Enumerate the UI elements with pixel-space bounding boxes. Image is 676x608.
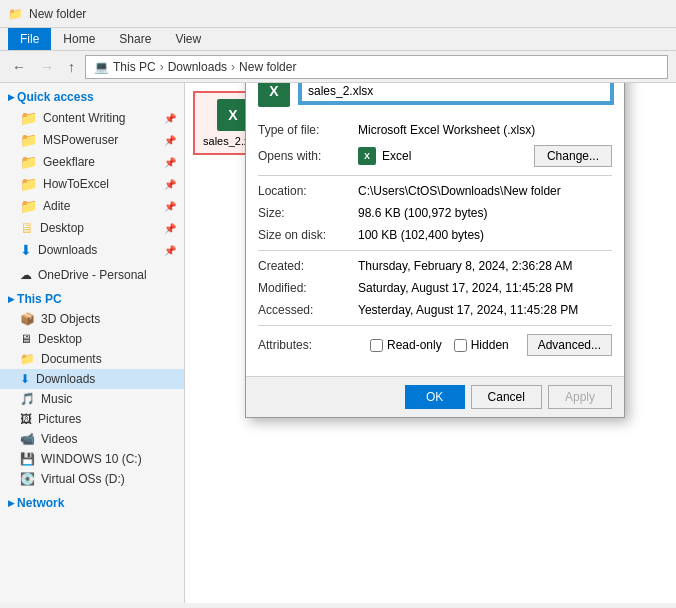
content-area: X sales_2.xlsx sales_2.xlsx Properties ✕… bbox=[185, 83, 676, 603]
prop-size-disk-label: Size on disk: bbox=[258, 228, 358, 242]
prop-modified-value: Saturday, August 17, 2024, 11:45:28 PM bbox=[358, 281, 612, 295]
sidebar-item-virtual-os[interactable]: 💽 Virtual OSs (D:) bbox=[0, 469, 184, 489]
sidebar-item-downloads-quick[interactable]: ⬇ Downloads 📌 bbox=[0, 239, 184, 261]
window-title: New folder bbox=[29, 7, 86, 21]
new-folder-icon: 📁 bbox=[8, 7, 23, 21]
desktop-icon: 🖥 bbox=[20, 332, 32, 346]
pin-icon: 📌 bbox=[164, 179, 176, 190]
forward-button[interactable]: → bbox=[36, 57, 58, 77]
tab-home[interactable]: Home bbox=[51, 28, 107, 50]
readonly-checkbox[interactable] bbox=[370, 339, 383, 352]
path-new-folder: New folder bbox=[239, 60, 296, 74]
properties-dialog: sales_2.xlsx Properties ✕ General Securi… bbox=[245, 83, 625, 418]
sidebar-item-windows[interactable]: 💾 WINDOWS 10 (C:) bbox=[0, 449, 184, 469]
readonly-check[interactable]: Read-only bbox=[370, 338, 442, 352]
prop-created-row: Created: Thursday, February 8, 2024, 2:3… bbox=[258, 259, 612, 273]
prop-location-row: Location: C:\Users\CtOS\Downloads\New fo… bbox=[258, 184, 612, 198]
sidebar: ▸ Quick access 📁 Content Writing 📌 📁 MSP… bbox=[0, 83, 185, 603]
sidebar-item-videos[interactable]: 📹 Videos bbox=[0, 429, 184, 449]
back-button[interactable]: ← bbox=[8, 57, 30, 77]
download-icon: ⬇ bbox=[20, 372, 30, 386]
divider-3 bbox=[258, 325, 612, 326]
prop-created-value: Thursday, February 8, 2024, 2:36:28 AM bbox=[358, 259, 612, 273]
prop-opens-label: Opens with: bbox=[258, 149, 358, 163]
folder-icon: 📁 bbox=[20, 198, 37, 214]
prop-accessed-label: Accessed: bbox=[258, 303, 358, 317]
prop-size-disk-value: 100 KB (102,400 bytes) bbox=[358, 228, 612, 242]
drive-icon: 💽 bbox=[20, 472, 35, 486]
sidebar-item-onedrive[interactable]: ☁ OneDrive - Personal bbox=[0, 265, 184, 285]
up-button[interactable]: ↑ bbox=[64, 57, 79, 77]
sidebar-item-music[interactable]: 🎵 Music bbox=[0, 389, 184, 409]
pin-icon: 📌 bbox=[164, 201, 176, 212]
sidebar-item-adite[interactable]: 📁 Adite 📌 bbox=[0, 195, 184, 217]
tab-file[interactable]: File bbox=[8, 28, 51, 50]
sidebar-item-content-writing[interactable]: 📁 Content Writing 📌 bbox=[0, 107, 184, 129]
opens-app-name: Excel bbox=[382, 149, 411, 163]
divider-1 bbox=[258, 175, 612, 176]
sidebar-item-pictures[interactable]: 🖼 Pictures bbox=[0, 409, 184, 429]
chevron-right-icon: ▸ bbox=[8, 496, 14, 510]
prop-size-value: 98.6 KB (100,972 bytes) bbox=[358, 206, 612, 220]
address-bar: ← → ↑ 💻 This PC › Downloads › New folder bbox=[0, 51, 676, 83]
prop-type-row: Type of file: Microsoft Excel Worksheet … bbox=[258, 123, 612, 137]
prop-opens-row: Opens with: X Excel Change... bbox=[258, 145, 612, 167]
ribbon: File Home Share View bbox=[0, 28, 676, 51]
prop-modified-row: Modified: Saturday, August 17, 2024, 11:… bbox=[258, 281, 612, 295]
main-layout: ▸ Quick access 📁 Content Writing 📌 📁 MSP… bbox=[0, 83, 676, 603]
sidebar-item-desktop[interactable]: 🖥 Desktop 📌 bbox=[0, 217, 184, 239]
path-icon: 💻 bbox=[94, 60, 109, 74]
prop-created-label: Created: bbox=[258, 259, 358, 273]
attr-checkboxes: Read-only Hidden bbox=[370, 338, 515, 352]
sidebar-item-howtoexcel[interactable]: 📁 HowToExcel 📌 bbox=[0, 173, 184, 195]
file-name-input[interactable] bbox=[300, 83, 612, 103]
videos-icon: 📹 bbox=[20, 432, 35, 446]
sidebar-item-documents[interactable]: 📁 Documents bbox=[0, 349, 184, 369]
this-pc-section: ▸ This PC 📦 3D Objects 🖥 Desktop 📁 Docum… bbox=[0, 289, 184, 489]
sidebar-item-desktop-pc[interactable]: 🖥 Desktop bbox=[0, 329, 184, 349]
file-header: X bbox=[258, 83, 612, 107]
path-downloads[interactable]: Downloads bbox=[168, 60, 227, 74]
sidebar-item-mspoweruser[interactable]: 📁 MSPoweruser 📌 bbox=[0, 129, 184, 151]
apply-button[interactable]: Apply bbox=[548, 385, 612, 409]
prop-location-label: Location: bbox=[258, 184, 358, 198]
tab-share[interactable]: Share bbox=[107, 28, 163, 50]
sidebar-item-3d-objects[interactable]: 📦 3D Objects bbox=[0, 309, 184, 329]
advanced-button[interactable]: Advanced... bbox=[527, 334, 612, 356]
excel-small-icon: X bbox=[358, 147, 376, 165]
cancel-button[interactable]: Cancel bbox=[471, 385, 542, 409]
prop-accessed-row: Accessed: Yesterday, August 17, 2024, 11… bbox=[258, 303, 612, 317]
prop-size-label: Size: bbox=[258, 206, 358, 220]
sidebar-item-downloads[interactable]: ⬇ Downloads bbox=[0, 369, 184, 389]
pin-icon: 📌 bbox=[164, 157, 176, 168]
prop-location-value: C:\Users\CtOS\Downloads\New folder bbox=[358, 184, 612, 198]
dialog-footer: OK Cancel Apply bbox=[246, 376, 624, 417]
tab-view[interactable]: View bbox=[163, 28, 213, 50]
hidden-check[interactable]: Hidden bbox=[454, 338, 509, 352]
sidebar-item-geekflare[interactable]: 📁 Geekflare 📌 bbox=[0, 151, 184, 173]
address-path[interactable]: 💻 This PC › Downloads › New folder bbox=[85, 55, 668, 79]
network-section: ▸ Network bbox=[0, 493, 184, 513]
dialog-body: X Type of file: Microsoft Excel Workshee… bbox=[246, 83, 624, 376]
prop-accessed-value: Yesterday, August 17, 2024, 11:45:28 PM bbox=[358, 303, 612, 317]
chevron-down-icon: ▸ bbox=[8, 292, 14, 306]
dialog-excel-icon: X bbox=[258, 83, 290, 107]
title-bar-icons: 📁 bbox=[8, 7, 23, 21]
hidden-checkbox[interactable] bbox=[454, 339, 467, 352]
prop-modified-label: Modified: bbox=[258, 281, 358, 295]
folder-3d-icon: 📦 bbox=[20, 312, 35, 326]
this-pc-header[interactable]: ▸ This PC bbox=[0, 289, 184, 309]
prop-type-value: Microsoft Excel Worksheet (.xlsx) bbox=[358, 123, 612, 137]
path-this-pc[interactable]: This PC bbox=[113, 60, 156, 74]
network-header[interactable]: ▸ Network bbox=[0, 493, 184, 513]
folder-icon: 📁 bbox=[20, 110, 37, 126]
ribbon-tabs: File Home Share View bbox=[0, 28, 676, 50]
drive-icon: 💾 bbox=[20, 452, 35, 466]
prop-size-row: Size: 98.6 KB (100,972 bytes) bbox=[258, 206, 612, 220]
prop-attributes-label: Attributes: bbox=[258, 338, 358, 352]
ok-button[interactable]: OK bbox=[405, 385, 465, 409]
quick-access-header[interactable]: ▸ Quick access bbox=[0, 87, 184, 107]
change-button[interactable]: Change... bbox=[534, 145, 612, 167]
folder-icon: 📁 bbox=[20, 132, 37, 148]
divider-2 bbox=[258, 250, 612, 251]
